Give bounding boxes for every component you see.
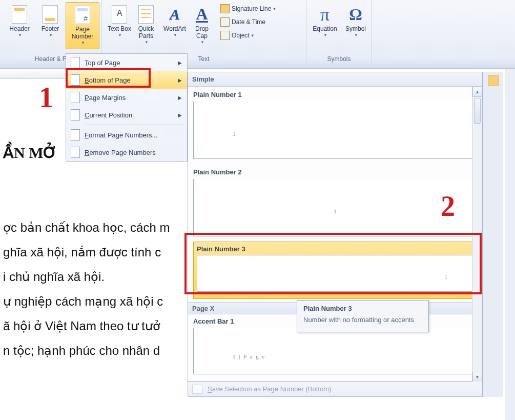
chevron-down-icon: ▼ [145,40,149,45]
chevron-down-icon: ▼ [251,33,255,38]
page-number-label: Page Number [66,26,99,41]
window-scrollbar[interactable] [505,69,515,420]
page-sample: 1 [445,274,448,280]
chevron-down-icon: ▼ [18,33,22,37]
symbol-label: Symbol [345,26,366,33]
menu-remove-page-numbers[interactable]: Remove Page Numbers [66,144,187,161]
date-time-button[interactable]: Date & Time [220,16,276,28]
menu-label: Top of Page [85,59,120,67]
doc-line: ự nghiệp cách mạng xã hội c [3,289,188,314]
menu-current-position[interactable]: Current Position ▶ [66,106,187,124]
header-label: Header [9,26,29,33]
date-time-label: Date & Time [232,18,265,26]
gallery-item-label: Plain Number 2 [188,164,482,179]
save-selection-row: Save Selection as Page Number (Bottom) [188,382,483,397]
document-body: ợc bản chất khoa học, cách m ghĩa xã hội… [0,215,188,363]
gallery-body: Plain Number 1 1 Plain Number 2 1 Plain … [188,87,482,382]
footer-button[interactable]: Footer ▼ [35,2,66,49]
group-symbols: π Equation ▼ Ω Symbol ▼ Symbols [306,0,372,65]
drop-cap-icon: A [196,7,208,23]
page-number-menu: Top of Page ▶ Bottom of Page ▶ Page Marg… [66,53,188,162]
drop-cap-button[interactable]: A Drop Cap ▼ [190,2,214,49]
chevron-down-icon: ▼ [81,41,85,45]
page-sample: 1 [233,131,236,137]
gallery-item-accent-bar-1[interactable]: 1 | P a g e [193,328,477,374]
text-box-label: Text Box [108,26,131,33]
page-number-icon [75,6,90,24]
scroll-down-button[interactable]: ▼ [472,372,482,382]
doc-icon [71,109,80,121]
drop-cap-label: Drop Cap [190,26,214,40]
doc-icon [71,92,80,103]
page-number-button[interactable]: Page Number ▼ [66,2,99,49]
page-number-gallery: Simple Plain Number 1 1 Plain Number 2 1… [188,72,483,382]
menu-bottom-of-page[interactable]: Bottom of Page ▶ [66,71,187,89]
quick-parts-label: Quick Parts [132,26,160,40]
date-time-icon [220,17,230,27]
submenu-arrow-icon: ▶ [178,60,182,66]
chevron-down-icon: ▼ [118,33,122,37]
doc-line: n tộc; hạnh phúc cho nhân d [3,338,188,363]
equation-icon: π [320,4,329,25]
equation-label: Equation [313,26,337,33]
wordart-label: WordArt [163,26,186,33]
equation-button[interactable]: π Equation ▼ [310,2,340,49]
chevron-down-icon: ▼ [200,40,204,45]
menu-top-of-page[interactable]: Top of Page ▶ [66,54,187,71]
chevron-down-icon: ▼ [173,33,177,37]
tooltip-title: Plain Number 3 [303,305,422,312]
doc-icon [71,57,80,68]
menu-label: Page Margins [85,94,126,102]
chevron-down-icon: ▼ [354,33,358,37]
gallery-item-plain-number-2[interactable]: 1 [193,179,477,236]
remove-icon [71,147,80,158]
doc-icon [71,74,80,86]
scroll-thumb[interactable] [474,98,481,124]
doc-line: ghĩa xã hội, nắm được tính c [3,240,188,265]
menu-label: Current Position [85,111,132,119]
group-label: Symbols [306,55,372,63]
footer-label: Footer [42,26,59,33]
side-icon[interactable] [488,75,499,86]
save-selection-icon [192,385,202,394]
save-selection-label: ave Selection as Page Number (Bottom) [212,385,332,393]
gallery-item-plain-number-1[interactable]: 1 [193,102,477,159]
doc-line: ợc bản chất khoa học, cách m [3,215,188,240]
gallery-side-strip [483,72,503,397]
submenu-arrow-icon: ▶ [178,112,182,118]
object-button[interactable]: Object ▼ [220,30,276,41]
signature-line-button[interactable]: Signature Line ▼ [220,3,276,14]
footer-icon [43,5,58,24]
annotation-number-1: 1 [39,81,53,114]
signature-line-label: Signature Line [232,5,271,12]
chevron-down-icon: ▼ [323,33,327,37]
quick-parts-button[interactable]: Quick Parts ▼ [132,2,160,49]
menu-page-margins[interactable]: Page Margins ▶ [66,89,187,106]
page-sample: 1 [334,208,337,214]
page-sample: 1 | P a g e [233,353,265,359]
header-button[interactable]: Header ▼ [4,2,35,49]
symbol-button[interactable]: Ω Symbol ▼ [340,2,371,49]
document-heading: ẦN MỞ [3,144,57,162]
doc-line: ã hội ở Việt Nam theo tư tưở [3,314,188,338]
annotation-number-2: 2 [441,190,455,223]
menu-label: Bottom of Page [85,76,131,84]
menu-label: Format Page Numbers... [85,131,157,139]
doc-icon [71,129,80,141]
wordart-button[interactable]: A WordArt ▼ [160,2,190,49]
gallery-item-label: Plain Number 3 [194,242,477,255]
wordart-icon: A [170,6,180,23]
scroll-up-button[interactable]: ▲ [472,87,482,97]
gallery-tooltip: Plain Number 3 Number with no formatting… [297,300,429,332]
gallery-scrollbar[interactable]: ▲ ▼ [472,87,482,382]
menu-format-page-numbers[interactable]: Format Page Numbers... [66,126,187,144]
symbol-icon: Ω [349,5,362,24]
text-box-button[interactable]: Text Box ▼ [107,2,132,49]
text-box-icon [112,5,127,24]
doc-line: i chủ nghĩa xã hội. [3,265,188,289]
chevron-down-icon: ▼ [49,33,53,37]
menu-label: Remove Page Numbers [85,149,156,156]
gallery-section-simple: Simple [188,72,482,87]
gallery-item-plain-number-3[interactable]: Plain Number 3 1 [193,242,477,299]
signature-line-icon [220,4,230,13]
